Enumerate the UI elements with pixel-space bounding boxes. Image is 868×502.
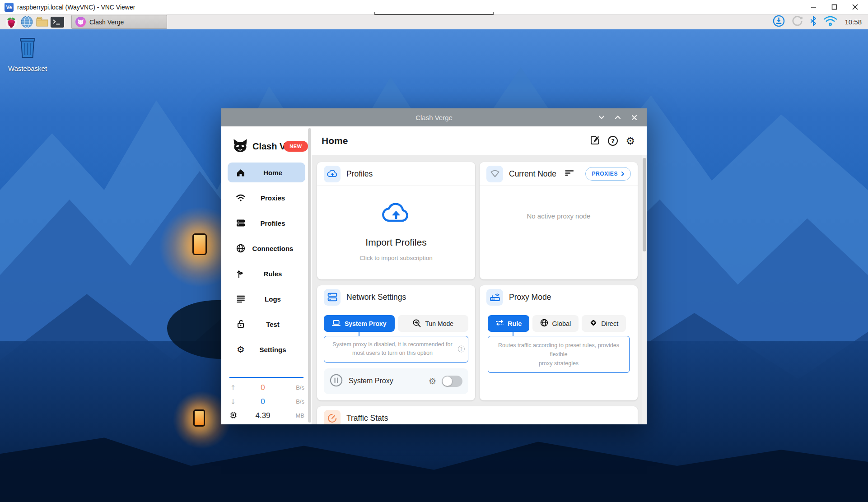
mode-connector [513,332,513,336]
sidebar-item-logs[interactable]: Logs [228,289,305,309]
minimize-button[interactable] [803,0,824,14]
bluetooth-icon[interactable] [810,15,817,28]
proxy-settings-gear-icon[interactable]: ⚙ [429,377,436,386]
wifi-icon[interactable] [823,15,837,28]
shuffle-icon [495,320,504,327]
mode-rule-button[interactable]: Rule [488,315,529,332]
brand-name: Clash V [252,141,285,152]
traffic-stats-title: Traffic Stats [346,414,388,423]
proxies-button[interactable]: PROXIES [585,167,631,181]
upload-stat: ↑ 0 B/s [221,381,312,395]
page-header: Home ? ⚙ [312,126,647,155]
new-badge: NEW [284,141,308,152]
sidebar-scrollbar[interactable] [308,128,311,423]
terminal-icon[interactable] [50,15,65,29]
gauge-icon [324,410,341,424]
dashboard-grid: Profiles Import Profiles Click to import… [312,155,642,424]
menu-raspberry-icon[interactable] [4,15,19,29]
app-titlebar[interactable]: Clash Verge [221,108,647,126]
clock[interactable]: 10:58 [845,18,862,26]
sidebar-divider [229,365,303,365]
cloud-upload-icon [324,166,341,182]
current-node-title: Current Node [509,169,556,179]
router-icon [486,289,503,306]
memory-unit: MB [288,412,304,419]
taskbar-item-clash-verge[interactable]: Clash Verge [71,15,167,29]
app-close-button[interactable] [626,108,642,126]
mode-label: Rule [508,320,522,327]
mode-direct-button[interactable]: Direct [582,315,626,332]
wastebasket-desktop-icon[interactable]: Wastebasket [7,35,48,72]
mode-global-button[interactable]: Global [532,315,579,332]
current-node-card: Current Node PROXIES No activ [480,162,638,279]
network-settings-title: Network Settings [346,293,406,302]
shade-button[interactable] [593,108,610,126]
hint-connector [359,332,359,336]
desc-line1: Routes traffic according to preset rules… [498,342,619,358]
import-profiles-subtitle: Click to import subscription [359,255,432,261]
brand-row: Clash V NEW [232,137,312,155]
network-settings-header: Network Settings [317,285,475,309]
sidebar-item-label: Proxies [247,194,299,202]
no-active-node-text: No active proxy node [480,212,638,220]
page-title: Home [322,135,348,146]
sidebar-item-rules[interactable]: Rules [228,264,305,284]
app-window-title: Clash Verge [221,114,647,121]
sidebar: Clash V NEW Home [221,126,312,424]
chevron-right-icon [621,172,625,176]
sync-icon[interactable] [791,15,803,29]
sidebar-item-profiles[interactable]: Profiles [228,213,305,233]
toggle-knob [443,376,452,386]
tab-system-proxy[interactable]: System Proxy [324,315,395,332]
sidebar-item-label: Home [247,169,299,177]
sidebar-item-proxies[interactable]: Proxies [228,188,305,208]
sidebar-item-test[interactable]: Test [228,314,305,334]
sidebar-item-label: Profiles [247,219,299,227]
vnc-toolbar-grip[interactable] [374,12,494,15]
sort-icon[interactable] [565,170,574,178]
settings-gear-icon[interactable]: ⚙ [625,136,635,146]
import-profiles-area[interactable]: Import Profiles Click to import subscrip… [317,186,475,261]
traffic-graph-line [229,377,303,378]
proxy-mode-buttons: Rule Global [488,315,630,332]
proxy-mode-title: Proxy Mode [509,293,551,302]
close-button[interactable] [845,0,865,14]
maximize-button[interactable] [824,0,845,14]
chip-icon [229,411,238,420]
sidebar-item-home[interactable]: Home [228,163,305,182]
system-tray: 10:58 [773,15,864,29]
import-clipboard-icon[interactable] [590,135,600,147]
profiles-card-title: Profiles [346,169,373,179]
clash-verge-cat-icon [75,17,86,27]
proxy-mode-header: Proxy Mode [480,285,638,309]
main-scrollbar[interactable] [642,155,647,424]
file-manager-icon[interactable] [34,15,50,29]
proxy-mode-card: Proxy Mode [480,285,638,400]
vnc-logo-icon: Ve [5,3,14,12]
sidebar-item-connections[interactable]: Connections [228,238,305,258]
current-node-header: Current Node PROXIES [480,162,638,186]
browser-globe-icon[interactable] [19,15,34,29]
sidebar-item-settings[interactable]: ⚙ Settings [228,339,305,359]
hint-help-icon[interactable]: ? [458,346,465,353]
wifi-signal-icon [235,194,247,202]
pause-circle-icon [330,374,343,389]
tun-magnifier-icon [412,319,421,329]
vnc-window-title: raspberrypi.local (WayVNC) - VNC Viewer [17,4,135,11]
memory-stat[interactable]: 4.39 MB [221,409,312,423]
main-scrollbar-thumb[interactable] [643,158,646,251]
help-icon[interactable]: ? [608,136,618,146]
profiles-card-header: Profiles [317,162,475,186]
unlock-icon [235,320,247,329]
unshade-button[interactable] [610,108,626,126]
tab-tun-mode[interactable]: Tun Mode [398,315,469,332]
upload-value: 0 [238,383,288,392]
system-proxy-toggle[interactable] [442,376,462,387]
server-stack-icon [235,219,247,227]
signal-wedge-icon [486,166,503,182]
updates-download-icon[interactable] [773,15,785,29]
screen: Ve raspberrypi.local (WayVNC) - VNC View… [0,0,868,502]
tab-label: System Proxy [345,320,387,327]
system-proxy-hint: System proxy is disabled, it is recommen… [324,336,468,363]
hint-line1: System proxy is disabled, it is recommen… [332,341,452,348]
